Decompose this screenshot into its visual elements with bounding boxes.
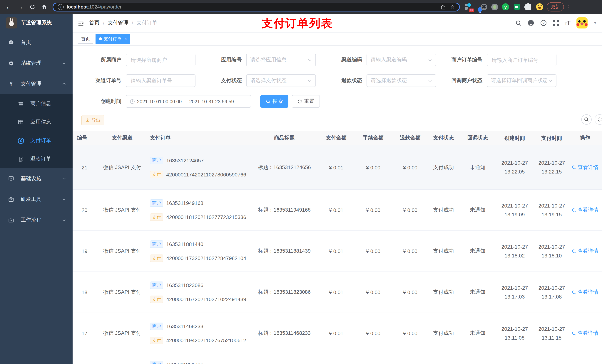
tag-home[interactable]: 首页: [78, 34, 93, 44]
date-start: 2021-10-01 00:00:00: [137, 99, 182, 104]
sidebar-item-infra[interactable]: 基础设施: [0, 168, 73, 189]
chevron-down-icon: [62, 177, 66, 180]
sidebar-item-label: 系统管理: [21, 60, 42, 67]
sidebar-item-devtools[interactable]: 研发工具: [0, 189, 73, 210]
notify-status-label: 回调商户状态: [434, 77, 487, 84]
search-icon[interactable]: [515, 20, 522, 26]
breadcrumb: 首页 / 支付管理 / 支付订单: [89, 20, 157, 26]
notify-status-select[interactable]: 请选择订单回调商户状态: [487, 74, 557, 87]
view-detail-link[interactable]: 查看详情: [572, 289, 598, 296]
pay-tag: 支付: [150, 171, 163, 178]
table-row[interactable]: 20 微信 JSAPI 支付 商户1635311949168 支付4200001…: [73, 190, 602, 231]
table-row[interactable]: 18 微信 JSAPI 支付 商户1635311823086 支付4200001…: [73, 272, 602, 313]
app-title: 芋道管理系统: [21, 20, 52, 26]
app-select[interactable]: 请选择应用信息: [246, 54, 316, 66]
channel-code-label: 渠道编码: [313, 57, 366, 63]
sidebar-item-label: 首页: [21, 39, 31, 46]
search-toggle-button[interactable]: [581, 114, 592, 125]
bookmark-star-icon[interactable]: ☆: [450, 4, 455, 10]
sidebar-item-label: 退款订单: [30, 156, 51, 162]
date-end: 2021-10-31 23:59:59: [189, 99, 234, 104]
browser-menu-icon[interactable]: ⋮: [566, 3, 572, 10]
extension-chat-icon[interactable]: [514, 4, 520, 10]
breadcrumb-home[interactable]: 首页: [89, 20, 100, 26]
extensions-puzzle-icon[interactable]: [525, 4, 531, 10]
sidebar-item-pay-order[interactable]: ¥ 支付订单: [0, 131, 73, 150]
refund-status-select[interactable]: 请选择退款状态: [366, 74, 436, 87]
extension-dot-icon[interactable]: [491, 3, 498, 10]
merchant-order-no-input[interactable]: [487, 54, 557, 66]
merchant-input[interactable]: [126, 54, 195, 66]
browser-toolbar: ← → i localhost:1024/pay/order ☆ 10 ⌘ y: [0, 0, 602, 14]
page-content: 所属商户 应用编号 请选择应用信息 渠道编码: [73, 45, 602, 364]
url-path: :1024/pay/order: [88, 4, 121, 10]
export-button[interactable]: 导出: [81, 115, 104, 125]
browser-home-icon[interactable]: [39, 2, 49, 12]
sidebar-item-app-info[interactable]: 应用信息: [0, 113, 73, 131]
merchant-tag: 商户: [150, 322, 163, 330]
fullscreen-icon[interactable]: [553, 20, 559, 26]
browser-reload-icon[interactable]: [27, 2, 37, 12]
merchant-tag: 商户: [150, 240, 163, 248]
logo-image: [6, 17, 17, 29]
table-row[interactable]: 17 微信 JSAPI 支付 商户1635311468233 支付4200001…: [73, 313, 602, 354]
sidebar-item-home[interactable]: 首页: [0, 32, 73, 53]
merchant-order-no: 1635311881440: [166, 241, 203, 247]
sidebar-item-label: 支付管理: [21, 81, 42, 87]
browser-update-button[interactable]: 更新: [547, 2, 564, 11]
view-detail-link[interactable]: 查看详情: [572, 207, 598, 213]
view-detail-link[interactable]: 查看详情: [572, 330, 598, 337]
search-button[interactable]: 搜索: [260, 95, 288, 108]
svg-text:?: ?: [542, 21, 545, 25]
site-info-icon[interactable]: i: [58, 4, 64, 10]
tag-pay-order[interactable]: 支付订单 ×: [96, 34, 130, 44]
monitor-chart-icon: [7, 176, 16, 182]
share-icon[interactable]: [441, 4, 446, 10]
create-time-range-picker[interactable]: 2021-10-01 00:00:00 - 2021-10-31 23:59:5…: [126, 95, 251, 108]
user-menu-caret-icon[interactable]: ▼: [593, 21, 597, 25]
sidebar-item-merchant-info[interactable]: 商户信息: [0, 94, 73, 113]
pay-tag: 支付: [150, 296, 163, 303]
extension-collection-icon[interactable]: 10: [465, 3, 473, 10]
sidebar-item-refund-order[interactable]: 退款订单: [0, 150, 73, 168]
view-detail-link[interactable]: 查看详情: [572, 164, 598, 171]
chevron-down-icon: [428, 79, 432, 83]
merchant-order-no: 1635311949168: [166, 200, 203, 206]
browser-forward-icon[interactable]: →: [16, 2, 25, 12]
refresh-button[interactable]: [595, 114, 602, 125]
sidebar-item-system[interactable]: 系统管理: [0, 53, 73, 74]
table-row[interactable]: 商户1635311951796: [73, 354, 602, 364]
merchant-tag: 商户: [150, 361, 163, 364]
help-icon[interactable]: ?: [540, 20, 547, 26]
table-row[interactable]: 19 微信 JSAPI 支付 商户1635311881440 支付4200001…: [73, 231, 602, 272]
chevron-down-icon: [548, 79, 552, 83]
merchant-order-no: 1635311468233: [166, 323, 203, 329]
table-row[interactable]: 21 微信 JSAPI 支付 商户1635312124657 支付4200001…: [73, 145, 602, 190]
pay-status-select[interactable]: 请选择支付状态: [246, 74, 316, 87]
extension-command-icon[interactable]: ⌘: [481, 3, 487, 10]
user-avatar[interactable]: [576, 17, 588, 29]
yen-icon: ¥: [7, 81, 16, 87]
browser-profile-avatar[interactable]: [536, 3, 543, 10]
yen-circle-icon: ¥: [16, 137, 25, 144]
breadcrumb-pay[interactable]: 支付管理: [108, 20, 129, 26]
sidebar-fold-icon[interactable]: [73, 20, 89, 26]
tags-view: 首页 支付订单 ×: [73, 32, 602, 45]
gear-icon: [7, 60, 16, 66]
address-bar[interactable]: i localhost:1024/pay/order ☆: [53, 2, 460, 11]
github-icon[interactable]: [527, 20, 534, 26]
chevron-down-icon: [62, 62, 66, 65]
reset-button[interactable]: 重置: [292, 95, 320, 108]
briefcase-icon: [7, 217, 16, 223]
chevron-up-icon: [62, 82, 66, 86]
channel-code-select[interactable]: 请输入渠道编码: [366, 54, 436, 66]
channel-order-no-input[interactable]: [126, 74, 195, 87]
font-size-icon[interactable]: тT: [565, 20, 570, 26]
view-detail-link[interactable]: 查看详情: [572, 248, 598, 254]
chevron-down-icon: [428, 58, 432, 62]
sidebar-item-workflow[interactable]: 工作流程: [0, 210, 73, 230]
browser-back-icon[interactable]: ←: [4, 2, 13, 12]
extension-y-icon[interactable]: y: [502, 3, 509, 10]
close-icon[interactable]: ×: [124, 37, 127, 41]
sidebar-item-pay[interactable]: ¥ 支付管理: [0, 74, 73, 94]
